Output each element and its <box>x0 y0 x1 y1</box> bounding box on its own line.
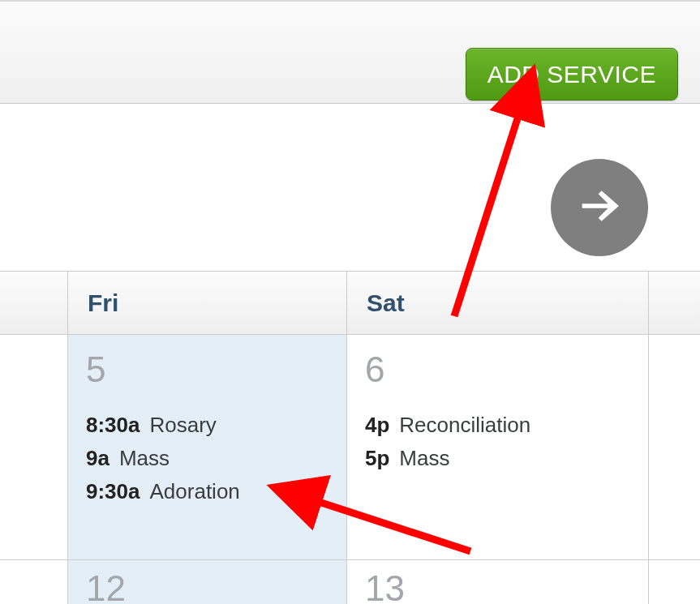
calendar-week-row: 5 8:30aRosary 9aMass 9:30aAdoration 6 4p… <box>0 335 700 560</box>
calendar-cell-saturday-6[interactable]: 6 4pReconciliation 5pMass <box>347 335 648 559</box>
calendar-event[interactable]: 8:30aRosary <box>86 413 329 438</box>
event-name: Rosary <box>150 413 217 437</box>
event-name: Mass <box>119 446 170 470</box>
row-stub <box>0 560 68 604</box>
event-name: Reconciliation <box>399 413 530 437</box>
calendar-cell-friday-12[interactable]: 12 <box>68 560 347 604</box>
event-name: Adoration <box>150 479 240 503</box>
event-time: 8:30a <box>86 413 140 437</box>
next-period-button[interactable] <box>551 159 648 256</box>
event-time: 9a <box>86 446 110 470</box>
day-number: 13 <box>365 568 630 604</box>
event-time: 4p <box>365 413 389 437</box>
column-header-friday: Fri <box>68 272 347 334</box>
event-time: 9:30a <box>86 479 140 503</box>
add-service-button[interactable]: ADD SERVICE <box>466 48 678 101</box>
toolbar: ADD SERVICE <box>0 0 700 104</box>
calendar-week-row: 12 13 <box>0 560 700 604</box>
column-header-saturday: Sat <box>347 272 648 334</box>
calendar-event[interactable]: 9:30aAdoration <box>86 479 329 504</box>
header-stub <box>0 272 68 334</box>
calendar-right-border <box>648 272 649 604</box>
arrow-right-icon <box>573 180 625 235</box>
day-number: 5 <box>86 349 329 390</box>
events-list: 8:30aRosary 9aMass 9:30aAdoration <box>86 413 329 504</box>
calendar-header-row: Fri Sat <box>0 272 700 335</box>
calendar-nav-area <box>0 104 700 272</box>
calendar-cell-saturday-13[interactable]: 13 <box>347 560 648 604</box>
calendar-event[interactable]: 9aMass <box>86 446 329 471</box>
calendar-grid: Fri Sat 5 8:30aRosary 9aMass 9:30aAdorat… <box>0 272 700 604</box>
event-time: 5p <box>365 446 389 470</box>
calendar-event[interactable]: 4pReconciliation <box>365 413 630 438</box>
row-stub <box>0 335 68 559</box>
day-number: 12 <box>86 568 329 604</box>
event-name: Mass <box>399 446 449 470</box>
events-list: 4pReconciliation 5pMass <box>365 413 630 471</box>
calendar-event[interactable]: 5pMass <box>365 446 630 471</box>
day-number: 6 <box>365 349 630 390</box>
calendar-cell-friday-5[interactable]: 5 8:30aRosary 9aMass 9:30aAdoration <box>68 335 347 559</box>
